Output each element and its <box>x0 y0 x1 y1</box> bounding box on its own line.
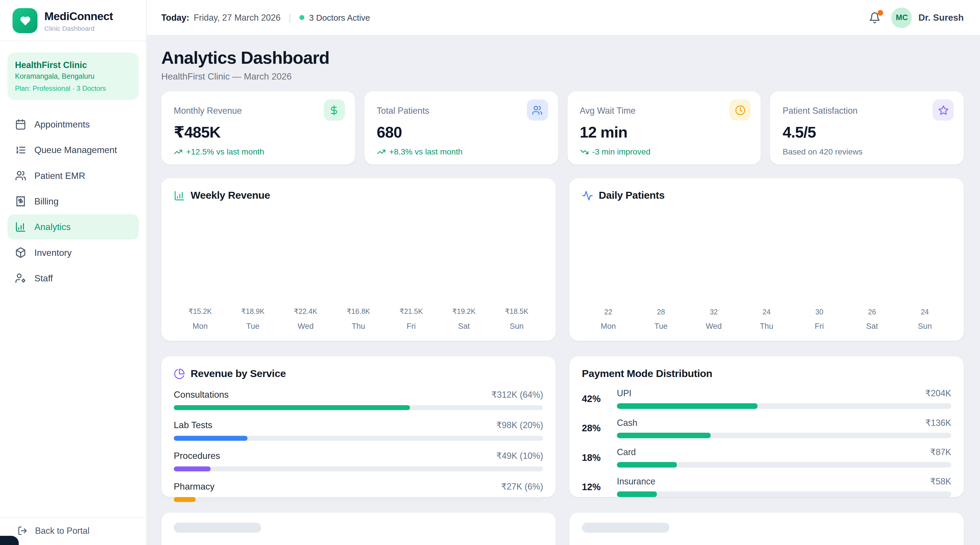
brand: MediConnect Clinic Dashboard <box>0 0 146 41</box>
page-title: Analytics Dashboard <box>161 48 964 69</box>
kpi-icon-box <box>729 99 751 121</box>
sidebar-footer: Back to Portal <box>0 517 146 545</box>
clock-icon <box>735 105 746 115</box>
log-out-icon <box>18 526 27 536</box>
kpi-value: ₹485K <box>173 123 342 141</box>
clinic-dashboard-app: MediConnect Clinic Dashboard HealthFirst… <box>0 0 980 545</box>
sidebar-item-analytics[interactable]: Analytics <box>8 215 138 239</box>
topbar-date-group: Today: Friday, 27 March 2026 | 3 Doctors… <box>161 13 370 23</box>
today-date: Friday, 27 March 2026 <box>194 13 281 23</box>
dev-indicator-chip[interactable] <box>0 536 19 545</box>
kpi-delta: -3 min improved <box>579 147 748 156</box>
charts-row: Weekly Revenue ₹15.2K ₹18.9K ₹22.4K ₹16.… <box>161 178 964 341</box>
bar-value-label: 24 <box>740 308 793 316</box>
day-label: Mon <box>173 322 226 330</box>
kpi-delta: +8.3% vs last month <box>377 147 545 156</box>
payment-percent: 28% <box>582 423 609 433</box>
sidebar-item-appointments[interactable]: Appointments <box>0 112 146 137</box>
star-icon <box>938 105 948 115</box>
clinic-name: HealthFirst Clinic <box>15 60 131 70</box>
payment-row-upi: 42% UPI₹204K <box>582 388 951 409</box>
sidebar-item-queue-management[interactable]: Queue Management <box>0 137 146 163</box>
kpi-value: 12 min <box>579 123 748 141</box>
back-to-portal-label: Back to Portal <box>35 526 89 536</box>
sidebar-item-label: Billing <box>35 196 59 206</box>
progress-track <box>617 433 951 438</box>
pie-chart-icon <box>173 368 185 379</box>
bar-value-label: ₹21.5K <box>385 307 438 316</box>
payment-label: UPI <box>617 388 632 398</box>
card-title: Payment Mode Distribution <box>582 368 712 379</box>
weekly-revenue-days: Mon Tue Wed Thu Fri Sat Sun <box>173 322 543 330</box>
sidebar-item-billing[interactable]: Billing <box>0 189 146 214</box>
weekly-revenue-card: Weekly Revenue ₹15.2K ₹18.9K ₹22.4K ₹16.… <box>161 178 556 341</box>
service-value: ₹49K (10%) <box>496 451 543 461</box>
sidebar-item-label: Queue Management <box>35 145 117 155</box>
kpi-label: Patient Satisfaction <box>783 106 951 116</box>
list-ordered-icon <box>15 145 26 156</box>
kpi-icon-box <box>933 99 954 121</box>
sidebar-item-label: Staff <box>35 273 53 283</box>
weekly-revenue-header: Weekly Revenue <box>173 190 543 201</box>
avatar: MC <box>892 7 912 28</box>
daily-patients-days: Mon Tue Wed Thu Fri Sat Sun <box>582 322 951 330</box>
kpi-grid: Monthly Revenue ₹485K +12.5% vs last mon… <box>161 91 964 164</box>
card-title: Daily Patients <box>599 190 665 201</box>
bar-value-label: ₹18.9K <box>226 307 279 316</box>
user-menu[interactable]: MC Dr. Suresh <box>892 7 964 28</box>
progress-track <box>617 462 951 468</box>
sidebar-item-patient-emr[interactable]: Patient EMR <box>0 163 146 188</box>
payment-label: Cash <box>617 418 637 427</box>
revenue-by-service-card: Revenue by Service Consultations₹312K (6… <box>161 356 556 497</box>
kpi-value: 4.5/5 <box>783 123 951 141</box>
day-label: Tue <box>226 322 279 330</box>
loading-card <box>161 513 556 545</box>
package-icon <box>15 247 26 258</box>
sidebar-item-label: Appointments <box>35 120 90 129</box>
card-title: Revenue by Service <box>191 368 286 379</box>
progress-fill <box>617 433 710 438</box>
payment-row-cash: 28% Cash₹136K <box>582 418 951 438</box>
kpi-card-monthly-revenue: Monthly Revenue ₹485K +12.5% vs last mon… <box>161 91 355 164</box>
kpi-icon-box <box>323 99 345 121</box>
loading-card <box>570 513 964 545</box>
sidebar-item-staff[interactable]: Staff <box>0 266 146 291</box>
kpi-label: Monthly Revenue <box>173 106 342 116</box>
brand-tagline: Clinic Dashboard <box>45 24 113 32</box>
trending-down-icon <box>579 147 588 156</box>
kpi-card-patient-satisfaction: Patient Satisfaction 4.5/5 Based on 420 … <box>770 91 964 164</box>
day-label: Sun <box>490 322 543 330</box>
users-icon <box>15 170 26 181</box>
progress-fill <box>173 405 410 410</box>
trending-up-icon <box>173 147 182 156</box>
kpi-delta: +12.5% vs last month <box>173 147 342 156</box>
day-label: Wed <box>687 322 740 330</box>
topbar-separator: | <box>289 13 291 23</box>
progress-fill <box>617 403 757 409</box>
sidebar-item-label: Patient EMR <box>35 171 85 181</box>
doctors-active-label: 3 Doctors Active <box>309 13 370 22</box>
weekly-revenue-values: ₹15.2K ₹18.9K ₹22.4K ₹16.8K ₹21.5K ₹19.2… <box>173 307 543 316</box>
progress-track <box>173 497 543 502</box>
day-label: Fri <box>793 322 846 330</box>
day-label: Wed <box>279 322 332 330</box>
user-name: Dr. Suresh <box>918 13 964 23</box>
clinic-plan: Plan: Professional · 3 Doctors <box>15 84 131 92</box>
trending-up-icon <box>377 147 385 156</box>
daily-patients-header: Daily Patients <box>582 190 951 201</box>
sidebar-item-inventory[interactable]: Inventory <box>0 240 146 265</box>
clinic-card: HealthFirst Clinic Koramangala, Bengalur… <box>8 53 138 100</box>
kpi-delta: Based on 420 reviews <box>783 147 951 156</box>
sidebar: MediConnect Clinic Dashboard HealthFirst… <box>0 0 147 545</box>
bar-value-label: 32 <box>687 308 740 316</box>
notifications-button[interactable] <box>869 11 881 23</box>
service-label: Pharmacy <box>173 481 215 492</box>
sidebar-item-label: Analytics <box>35 222 71 232</box>
service-value: ₹27K (6%) <box>501 481 543 492</box>
users-icon <box>532 105 542 115</box>
bar-value-label: ₹16.8K <box>332 307 385 316</box>
day-label: Thu <box>332 322 385 330</box>
back-to-portal-button[interactable]: Back to Portal <box>18 526 146 536</box>
payment-label: Insurance <box>617 476 655 486</box>
loading-row <box>161 513 964 545</box>
